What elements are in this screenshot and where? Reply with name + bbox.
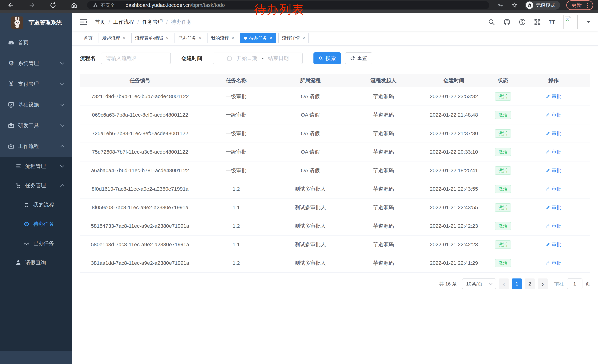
- tab-process-form-edit[interactable]: 流程表单-编辑: [131, 33, 172, 43]
- approve-link[interactable]: 审批: [546, 223, 561, 229]
- process-name-label: 流程名: [80, 55, 96, 62]
- chevron-up-icon: [60, 184, 65, 188]
- sidebar-item-system-management[interactable]: ⚙ 系统管理: [0, 53, 72, 74]
- approve-link[interactable]: 审批: [546, 204, 561, 211]
- sidebar-item-task-management[interactable]: 任务管理: [0, 176, 72, 195]
- cell-process: 测试多审批人: [272, 204, 348, 211]
- back-icon[interactable]: [7, 1, 15, 9]
- avatar-caret-icon[interactable]: [587, 21, 590, 23]
- kebab-menu-icon[interactable]: [587, 5, 588, 6]
- chevron-down-icon: [60, 61, 65, 65]
- sidebar-item-infrastructure[interactable]: 基础设施: [0, 94, 72, 115]
- person-icon: [15, 259, 22, 266]
- breadcrumb: 首页 / 工作流程 / 任务管理 / 待办任务: [95, 18, 192, 25]
- sidebar-item-label: 系统管理: [18, 60, 39, 67]
- filter-bar: 流程名 创建时间 开始日期 - 结束日期 搜索 重置: [80, 52, 372, 65]
- breadcrumb-item[interactable]: 首页: [95, 18, 105, 25]
- table-row: 8f0d1619-7ac8-11ec-a9e2-a2380e71991a 1.2…: [80, 180, 590, 198]
- next-page-button[interactable]: [538, 278, 548, 289]
- fullscreen-icon[interactable]: [534, 18, 541, 26]
- tab-home[interactable]: 首页: [80, 33, 96, 43]
- sidebar-toggle-icon[interactable]: [79, 18, 87, 26]
- page-size-select[interactable]: 10条/页: [462, 278, 496, 289]
- sidebar-item-dev-tools[interactable]: 研发工具: [0, 115, 72, 136]
- sidebar-item-done-tasks[interactable]: 已办任务: [0, 234, 72, 253]
- cell-task-name: 1.2: [200, 186, 272, 192]
- font-size-icon[interactable]: TT: [549, 18, 555, 26]
- incognito-label: 无痕模式: [536, 2, 555, 8]
- search-button[interactable]: 搜索: [314, 52, 341, 64]
- cell-created: 2022-01-21 22:41:29: [419, 260, 489, 266]
- sidebar-item-my-process[interactable]: 我的流程: [0, 195, 72, 214]
- date-range-picker[interactable]: 开始日期 - 结束日期: [213, 53, 303, 64]
- sidebar-item-todo-tasks[interactable]: 待办任务: [0, 214, 72, 234]
- key-icon[interactable]: [496, 1, 504, 9]
- approve-link[interactable]: 审批: [546, 186, 561, 192]
- sidebar-item-workflow[interactable]: 工作流程: [0, 136, 72, 157]
- sidebar-item-label: 支付管理: [18, 81, 39, 88]
- robot-icon: [23, 202, 30, 208]
- column-header: 流程发起人: [348, 77, 419, 84]
- tab-done-tasks[interactable]: 已办任务: [174, 33, 205, 43]
- tab-initiate-process[interactable]: 发起流程: [99, 33, 129, 43]
- prev-page-button[interactable]: [499, 278, 509, 289]
- table-body: 73211d9d-7b9b-11ec-b5b7-acde48001122 一级审…: [80, 87, 590, 273]
- approve-link[interactable]: 审批: [546, 112, 561, 118]
- approve-link[interactable]: 审批: [546, 149, 561, 155]
- table-row: 069c6a63-7b8a-11ec-8ef0-acde48001122 一级审…: [80, 106, 590, 124]
- close-icon[interactable]: [166, 36, 169, 40]
- app-logo-row[interactable]: 芋道管理系统: [0, 13, 72, 32]
- sidebar-item-payment-management[interactable]: ¥ 支付管理: [0, 74, 72, 94]
- close-icon[interactable]: [270, 36, 272, 40]
- approve-link[interactable]: 审批: [546, 241, 561, 248]
- chevron-down-icon: [60, 163, 65, 168]
- table-row: 75d72608-7b7f-11ec-a3c8-acde48001122 一级审…: [80, 143, 590, 162]
- status-badge: 激活: [495, 129, 511, 138]
- avatar[interactable]: [563, 15, 578, 29]
- cell-created: 2022-01-21 22:42:23: [419, 242, 489, 248]
- approve-link[interactable]: 审批: [546, 167, 561, 174]
- close-icon[interactable]: [302, 36, 305, 40]
- breadcrumb-item[interactable]: 工作流程: [113, 18, 134, 25]
- briefcase-icon: [8, 143, 15, 150]
- goto-page-input[interactable]: [567, 278, 582, 289]
- cell-created: 2022-01-21 22:42:23: [419, 223, 489, 229]
- sidebar-item-label: 我的流程: [33, 201, 54, 208]
- home-icon[interactable]: [70, 1, 78, 9]
- close-icon[interactable]: [232, 36, 234, 40]
- breadcrumb-item[interactable]: 任务管理: [142, 18, 163, 25]
- bookmark-star-icon[interactable]: [510, 1, 519, 9]
- sidebar-item-home[interactable]: 首页: [0, 32, 72, 53]
- sidebar-item-leave-query[interactable]: 请假查询: [0, 253, 72, 272]
- url-divider: [121, 3, 121, 8]
- sidebar: 芋道管理系统 首页 ⚙ 系统管理 ¥ 支付管理 基础设施: [0, 13, 72, 364]
- reset-button[interactable]: 重置: [345, 52, 372, 64]
- page-button-1[interactable]: 1: [512, 278, 522, 289]
- tab-process-detail[interactable]: 流程详情: [278, 33, 309, 43]
- reload-icon[interactable]: [49, 1, 57, 9]
- close-icon[interactable]: [199, 36, 201, 40]
- tab-todo-tasks[interactable]: 待办任务: [240, 33, 276, 43]
- github-icon[interactable]: [503, 18, 511, 26]
- close-icon[interactable]: [123, 36, 125, 40]
- approve-link[interactable]: 审批: [546, 260, 561, 266]
- cell-process: 测试多审批人: [272, 241, 348, 248]
- cell-task-id: a6aba0a4-7b6d-11ec-b781-acde48001122: [80, 168, 200, 173]
- update-button[interactable]: 更新: [566, 0, 593, 10]
- calendar-icon: [227, 56, 232, 61]
- tab-my-process[interactable]: 我的流程: [208, 33, 238, 43]
- approve-link[interactable]: 审批: [546, 93, 561, 100]
- eye-icon: [23, 221, 30, 227]
- sidebar-item-process-management[interactable]: 流程管理: [0, 157, 72, 176]
- warning-icon: [93, 2, 98, 8]
- browser-actions: 无痕模式 更新: [496, 0, 593, 10]
- status-badge: 激活: [495, 166, 511, 175]
- search-icon[interactable]: [488, 18, 495, 26]
- help-icon[interactable]: [519, 18, 526, 26]
- approve-link[interactable]: 审批: [546, 130, 561, 137]
- start-date-placeholder: 开始日期: [237, 55, 257, 62]
- forward-icon[interactable]: [28, 1, 36, 9]
- process-name-input[interactable]: [101, 53, 171, 64]
- page-button-2[interactable]: 2: [525, 278, 535, 289]
- sidebar-item-label: 已办任务: [33, 240, 54, 247]
